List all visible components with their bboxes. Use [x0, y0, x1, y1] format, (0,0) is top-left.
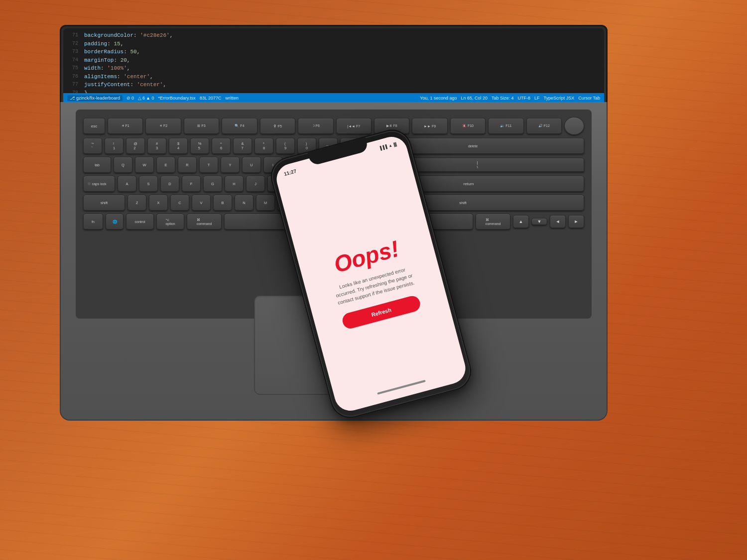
key-v[interactable]: V	[192, 195, 211, 211]
function-key-row: esc ☀ F1 ☀ F2 ⊞ F3 🔍 F4 🎙 F5 ☽ F6 |◄◄ F7…	[83, 117, 584, 135]
code-editor-screen: 71backgroundColor: '#c28e26', 72padding:…	[63, 28, 604, 103]
branch-name: gzinck/fix-leaderboard	[76, 96, 120, 101]
key-x[interactable]: X	[149, 195, 168, 211]
key-2[interactable]: @2	[126, 138, 145, 154]
key-r[interactable]: R	[178, 157, 197, 173]
key-f[interactable]: F	[182, 176, 201, 192]
key-j[interactable]: J	[246, 176, 265, 192]
phone-status-icons: ▐▐▐ ▲ ▓	[378, 142, 397, 151]
key-esc[interactable]: esc	[83, 118, 105, 134]
key-9[interactable]: (9	[276, 138, 295, 154]
key-d[interactable]: D	[160, 176, 179, 192]
key-q[interactable]: Q	[114, 157, 132, 173]
key-globe[interactable]: 🌐	[106, 214, 124, 229]
key-b[interactable]: B	[213, 195, 232, 211]
key-y[interactable]: Y	[221, 157, 240, 173]
key-left[interactable]: ◄	[550, 215, 566, 228]
key-f7[interactable]: |◄◄ F7	[336, 118, 372, 134]
key-backtick[interactable]: ~`	[83, 138, 102, 154]
key-up[interactable]: ▲	[513, 215, 529, 228]
key-f10[interactable]: 🔇 F10	[450, 118, 486, 134]
key-s[interactable]: S	[139, 176, 158, 192]
key-command-left[interactable]: ⌘command	[187, 214, 222, 229]
key-f4[interactable]: 🔍 F4	[222, 118, 257, 134]
key-f5[interactable]: 🎙 F5	[260, 118, 295, 134]
key-fn[interactable]: fn	[83, 214, 103, 229]
key-f12[interactable]: 🔊 F12	[526, 118, 562, 134]
key-caps-lock[interactable]: caps lock	[83, 176, 115, 192]
key-g[interactable]: G	[203, 176, 222, 192]
editor-status-bar: ⎇ gzinck/fix-leaderboard ⊘ 0 △ 6 ▲ 0 *Er…	[63, 93, 604, 103]
key-f11[interactable]: 🔉 F11	[488, 118, 523, 134]
key-6[interactable]: ^6	[212, 138, 231, 154]
key-4[interactable]: $4	[169, 138, 188, 154]
key-shift-left[interactable]: shift	[83, 195, 125, 211]
key-3[interactable]: #3	[147, 138, 166, 154]
code-editor: 71backgroundColor: '#c28e26', 72padding:…	[63, 28, 604, 103]
key-tab[interactable]: tab	[83, 157, 111, 173]
key-1[interactable]: !1	[105, 138, 124, 154]
key-f6[interactable]: ☽ F6	[298, 118, 333, 134]
key-right[interactable]: ►	[568, 215, 584, 228]
phone-time: 11:27	[283, 168, 297, 177]
warning-count: △ 6 ▲ 0	[138, 96, 154, 101]
key-e[interactable]: E	[156, 157, 175, 173]
git-branch: ⎇ gzinck/fix-leaderboard	[67, 95, 123, 101]
key-m[interactable]: M	[256, 195, 275, 211]
cursor-position: Ln 65, Col 20	[461, 96, 488, 101]
key-w[interactable]: W	[135, 157, 154, 173]
branch-icon: ⎇	[70, 96, 75, 101]
key-z[interactable]: Z	[127, 195, 146, 211]
key-8[interactable]: *8	[254, 138, 273, 154]
git-status: You, 1 second ago	[420, 96, 457, 101]
battery-icon: ▓	[393, 142, 397, 147]
key-h[interactable]: H	[225, 176, 244, 192]
key-f3[interactable]: ⊞ F3	[184, 118, 219, 134]
key-c[interactable]: C	[170, 195, 189, 211]
key-u[interactable]: U	[242, 157, 261, 173]
wifi-icon: ▲	[388, 143, 393, 148]
key-command-right[interactable]: ⌘command	[476, 214, 510, 229]
signal-icon: ▐▐▐	[378, 144, 388, 151]
scene: 71backgroundColor: '#c28e26', 72padding:…	[0, 0, 747, 560]
key-n[interactable]: N	[235, 195, 253, 211]
key-down[interactable]: ▼	[531, 218, 547, 225]
key-f9[interactable]: ►► F9	[412, 118, 447, 134]
key-f2[interactable]: ☀ F2	[145, 118, 181, 134]
error-count: ⊘ 0	[126, 96, 134, 101]
key-power[interactable]	[564, 117, 584, 135]
key-t[interactable]: T	[199, 157, 218, 173]
key-control[interactable]: control	[126, 214, 154, 229]
laptop-screen: 71backgroundColor: '#c28e26', 72padding:…	[60, 25, 608, 105]
key-5[interactable]: %5	[190, 138, 209, 154]
key-7[interactable]: &7	[233, 138, 252, 154]
key-a[interactable]: A	[118, 176, 136, 192]
key-option[interactable]: ⌥option	[156, 214, 184, 229]
key-f1[interactable]: ☀ F1	[108, 118, 143, 134]
current-file: *ErrorBoundary.tsx	[158, 96, 196, 101]
